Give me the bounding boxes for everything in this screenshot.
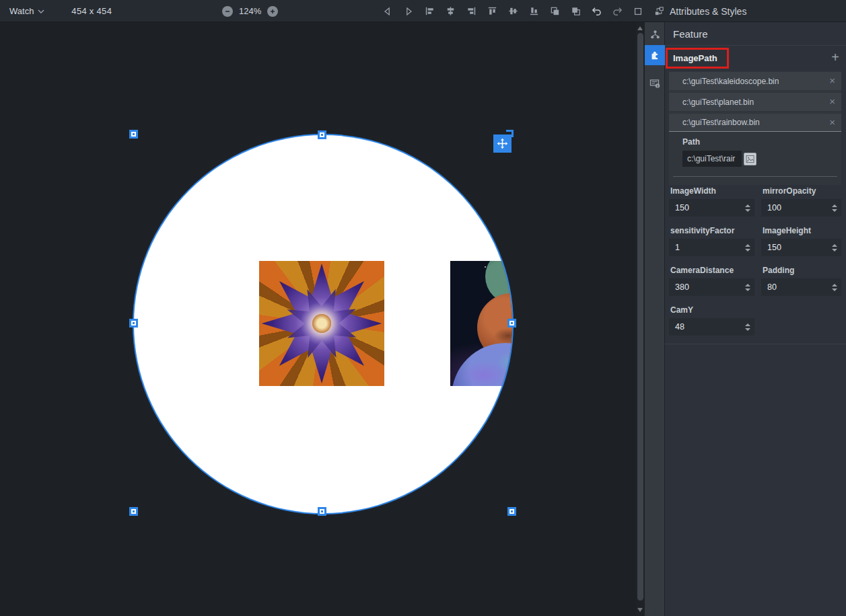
scroll-down-arrow-icon[interactable] xyxy=(637,608,643,612)
selection-handle-bottom-left[interactable] xyxy=(129,507,138,516)
spin-down-icon[interactable] xyxy=(832,209,837,212)
top-toolbar: Watch 454 x 454 124% xyxy=(0,0,846,22)
stop-button[interactable] xyxy=(631,5,645,18)
move-icon xyxy=(495,137,509,151)
list-item[interactable]: c:\guiTest\kaleidoscope.bin × xyxy=(669,72,841,90)
sensitivityfactor-input[interactable] xyxy=(669,239,754,256)
panel-title: Attributes & Styles xyxy=(670,0,746,22)
planet-image[interactable] xyxy=(450,261,512,386)
spin-down-icon[interactable] xyxy=(745,328,750,331)
component-info-tool-button[interactable] xyxy=(645,73,665,93)
align-left-button[interactable] xyxy=(423,5,436,18)
padding-input[interactable] xyxy=(761,278,841,296)
camy-input[interactable] xyxy=(669,318,754,336)
remove-item-button[interactable]: × xyxy=(828,75,837,86)
zoom-level-label: 124% xyxy=(239,6,261,16)
path-input[interactable] xyxy=(682,151,742,167)
spin-up-icon[interactable] xyxy=(832,244,837,247)
imagepath-property-row: ImagePath + xyxy=(665,46,846,71)
path-editor: Path xyxy=(669,132,841,167)
selection-handle-top-left[interactable] xyxy=(129,130,138,139)
list-item[interactable]: c:\guiTest\planet.bin × xyxy=(669,93,841,111)
field-cameradistance: CameraDistance xyxy=(669,266,754,296)
spin-up-icon[interactable] xyxy=(832,284,837,286)
plus-icon xyxy=(270,9,275,14)
selection-handle-top-center[interactable] xyxy=(318,130,326,139)
canvas-size-label: 454 x 454 xyxy=(71,6,112,16)
scrollbar-thumb[interactable] xyxy=(637,33,643,601)
spin-down-icon[interactable] xyxy=(745,209,750,212)
spin-up-icon[interactable] xyxy=(745,284,750,286)
add-imagepath-button[interactable]: + xyxy=(829,50,842,64)
redo-button[interactable] xyxy=(610,5,624,18)
spin-down-icon[interactable] xyxy=(832,288,837,291)
spin-down-icon[interactable] xyxy=(745,288,750,291)
selection-handle-middle-left[interactable] xyxy=(129,319,138,328)
spin-up-icon[interactable] xyxy=(745,204,750,207)
image-picker-button[interactable] xyxy=(744,153,756,165)
send-backward-button[interactable] xyxy=(569,5,582,18)
bring-forward-button[interactable] xyxy=(548,5,561,18)
spin-down-icon[interactable] xyxy=(832,249,837,252)
spin-up-icon[interactable] xyxy=(745,323,750,326)
design-canvas[interactable] xyxy=(0,22,636,616)
plugin-tool-button[interactable] xyxy=(645,45,665,65)
imageheight-input[interactable] xyxy=(761,239,841,256)
component-swap-button[interactable] xyxy=(652,5,666,18)
field-sensitivityfactor: sensitivityFactor xyxy=(669,226,754,256)
align-left-icon xyxy=(424,5,435,17)
imagepath-value: c:\guiTest\kaleidoscope.bin xyxy=(682,77,779,86)
stepper-arrows[interactable] xyxy=(832,278,837,296)
field-imageheight: ImageHeight xyxy=(761,226,841,256)
align-bottom-button[interactable] xyxy=(527,5,540,18)
selection-handle-middle-right[interactable] xyxy=(507,319,516,328)
align-center-vertical-button[interactable] xyxy=(506,5,520,18)
zoom-in-button[interactable] xyxy=(267,6,278,17)
panel-tool-strip xyxy=(645,22,665,616)
scroll-up-arrow-icon[interactable] xyxy=(637,26,643,30)
watch-dropdown[interactable]: Watch xyxy=(7,5,47,17)
field-label: CameraDistance xyxy=(670,266,754,275)
spin-up-icon[interactable] xyxy=(832,204,837,207)
spin-down-icon[interactable] xyxy=(745,249,750,252)
mirroropacity-input[interactable] xyxy=(761,199,841,217)
list-item-editing[interactable]: c:\guiTest\rainbow.bin × xyxy=(669,114,841,132)
next-icon xyxy=(403,6,414,17)
cameradistance-input[interactable] xyxy=(669,278,754,296)
remove-item-button[interactable]: × xyxy=(828,116,837,128)
stepper-arrows[interactable] xyxy=(745,278,750,296)
hierarchy-tool-button[interactable] xyxy=(645,24,665,44)
zoom-out-button[interactable] xyxy=(222,6,233,17)
selection-handle-bottom-center[interactable] xyxy=(318,507,326,516)
stepper-arrows[interactable] xyxy=(745,318,750,336)
stepper-arrows[interactable] xyxy=(745,239,750,256)
undo-button[interactable] xyxy=(590,5,603,18)
next-button[interactable] xyxy=(402,5,415,18)
app-window: Watch 454 x 454 124% xyxy=(0,0,846,616)
field-padding: Padding xyxy=(761,266,841,296)
align-top-button[interactable] xyxy=(485,5,499,18)
remove-item-button[interactable]: × xyxy=(828,95,837,107)
field-label: mirrorOpacity xyxy=(763,186,841,196)
imagewidth-input[interactable] xyxy=(669,199,754,217)
previous-button[interactable] xyxy=(381,5,394,18)
undo-icon xyxy=(591,5,602,17)
align-right-button[interactable] xyxy=(464,5,478,18)
imagepath-value: c:\guiTest\planet.bin xyxy=(682,98,754,107)
kaleidoscope-image[interactable] xyxy=(259,261,384,386)
field-label: sensitivityFactor xyxy=(670,226,754,235)
zoom-controls: 124% xyxy=(222,0,278,22)
stepper-arrows[interactable] xyxy=(832,239,837,256)
align-center-horizontal-button[interactable] xyxy=(444,5,457,18)
watchface-circle[interactable] xyxy=(134,135,512,513)
stepper-arrows[interactable] xyxy=(745,199,750,217)
spin-up-icon[interactable] xyxy=(745,244,750,247)
path-editor-label: Path xyxy=(682,137,841,147)
stepper-arrows[interactable] xyxy=(832,199,837,217)
field-imagewidth: ImageWidth xyxy=(669,186,754,217)
align-bottom-icon xyxy=(528,5,540,17)
selection-handle-bottom-right[interactable] xyxy=(507,507,516,516)
align-right-icon xyxy=(466,5,477,17)
move-selection-button[interactable] xyxy=(493,134,512,153)
canvas-vertical-scrollbar[interactable] xyxy=(636,22,645,616)
